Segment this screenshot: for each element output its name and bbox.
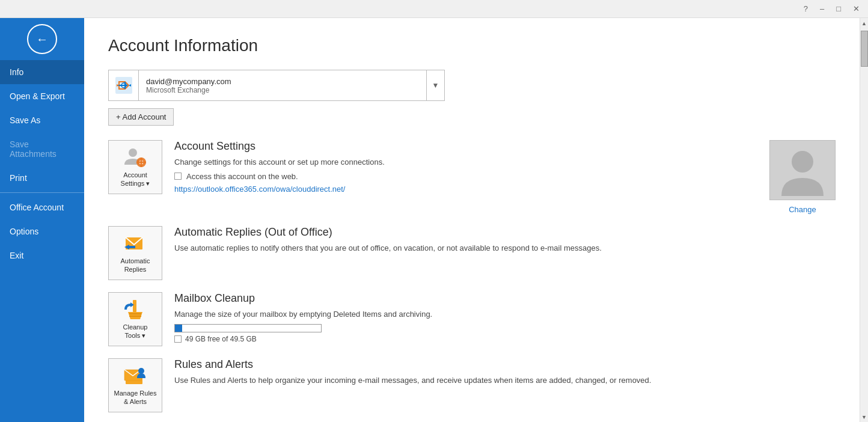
profile-photo [769, 140, 836, 200]
storage-checkbox [174, 335, 182, 343]
rules-alerts-text: Rules and Alerts Use Rules and Alerts to… [174, 358, 836, 390]
cleanup-tools-icon-label: CleanupTools ▾ [123, 323, 148, 340]
svg-point-7 [792, 151, 813, 173]
sidebar-item-info[interactable]: Info [0, 60, 84, 84]
account-web-link[interactable]: https://outlook.office365.com/owa/cloudd… [174, 185, 345, 194]
sidebar-item-print[interactable]: Print [0, 166, 84, 190]
storage-text: 49 GB free of 49.5 GB [185, 335, 257, 343]
scrollbar-down-arrow[interactable]: ▼ [860, 412, 869, 422]
rules-alerts-desc: Use Rules and Alerts to help organize yo… [174, 375, 836, 387]
rules-alerts-title: Rules and Alerts [174, 358, 836, 371]
restore-button[interactable]: □ [833, 3, 845, 14]
title-bar-controls: ? – □ ✕ [800, 3, 863, 14]
sidebar-item-save-as[interactable]: Save As [0, 108, 84, 132]
add-account-button[interactable]: + Add Account [108, 108, 174, 126]
account-type: Microsoft Exchange [146, 86, 419, 94]
sidebar-nav: Info Open & Export Save As Save Attachme… [0, 60, 84, 422]
automatic-replies-icon-box[interactable]: AutomaticReplies [108, 226, 162, 280]
sidebar-divider [0, 192, 84, 193]
app-container: ← Info Open & Export Save As Save Attach… [0, 18, 868, 422]
sidebar-item-save-attachments: Save Attachments [0, 132, 84, 166]
account-settings-section: AccountSettings ▾ Account Settings Chang… [108, 140, 836, 214]
scrollbar-track: ▲ ▼ [860, 18, 868, 422]
cleanup-tools-text: Mailbox Cleanup Manage the size of your … [174, 292, 836, 343]
manage-rules-icon [123, 365, 147, 387]
storage-bar-fill [175, 325, 182, 332]
account-settings-desc: Change settings for this account or set … [174, 156, 745, 168]
svg-rect-10 [129, 313, 141, 314]
sidebar-item-options[interactable]: Options [0, 219, 84, 243]
mailbox-cleanup-title: Mailbox Cleanup [174, 292, 836, 305]
account-dropdown-arrow[interactable]: ▼ [426, 70, 444, 100]
cleanup-tools-icon [123, 299, 147, 320]
automatic-replies-desc: Use automatic replies to notify others t… [174, 242, 836, 254]
back-button[interactable]: ← [27, 24, 57, 54]
automatic-replies-icon-label: AutomaticReplies [121, 257, 150, 274]
svg-rect-9 [133, 300, 136, 312]
page-title: Account Information [108, 36, 836, 55]
cleanup-tools-section: CleanupTools ▾ Mailbox Cleanup Manage th… [108, 292, 836, 346]
account-settings-icon-label: AccountSettings ▾ [121, 171, 150, 188]
mailbox-cleanup-desc: Manage the size of your mailbox by empty… [174, 308, 836, 320]
account-web-label: Access this account on the web. [186, 172, 298, 181]
account-info: david@mycompany.com Microsoft Exchange [139, 73, 426, 98]
sidebar-item-office-account[interactable]: Office Account [0, 195, 84, 219]
help-button[interactable]: ? [800, 3, 811, 14]
title-bar: ? – □ ✕ [0, 0, 868, 18]
account-web-checkbox [174, 173, 182, 180]
minimize-button[interactable]: – [816, 3, 828, 14]
automatic-replies-icon [123, 233, 147, 254]
svg-rect-6 [136, 161, 146, 163]
storage-bar-track [174, 324, 322, 332]
automatic-replies-title: Automatic Replies (Out of Office) [174, 226, 836, 239]
sidebar-item-exit[interactable]: Exit [0, 243, 84, 268]
svg-point-14 [138, 368, 144, 374]
account-selector[interactable]: david@mycompany.com Microsoft Exchange ▼ [108, 70, 445, 101]
cleanup-tools-icon-box[interactable]: CleanupTools ▾ [108, 292, 162, 346]
account-icon-box [109, 70, 139, 100]
close-button[interactable]: ✕ [849, 3, 863, 14]
storage-bar-container: 49 GB free of 49.5 GB [174, 324, 836, 343]
scrollbar-thumb[interactable] [861, 31, 868, 67]
account-settings-icon [123, 147, 147, 168]
profile-photo-area: Change [769, 140, 836, 214]
account-settings-text: Account Settings Change settings for thi… [174, 140, 745, 194]
sidebar: ← Info Open & Export Save As Save Attach… [0, 18, 84, 422]
rules-alerts-section: Manage Rules& Alerts Rules and Alerts Us… [108, 358, 836, 412]
svg-point-2 [129, 148, 137, 157]
automatic-replies-section: AutomaticReplies Automatic Replies (Out … [108, 226, 836, 280]
main-content: Account Information david@mycompany.com … [84, 18, 860, 422]
sidebar-item-open-export[interactable]: Open & Export [0, 84, 84, 108]
exchange-icon [114, 76, 133, 95]
scrollbar-up-arrow[interactable]: ▲ [860, 18, 869, 28]
person-silhouette-icon [778, 145, 827, 196]
profile-change-link[interactable]: Change [789, 205, 816, 214]
svg-rect-11 [129, 316, 141, 317]
automatic-replies-text: Automatic Replies (Out of Office) Use au… [174, 226, 836, 258]
account-email: david@mycompany.com [146, 77, 419, 86]
rules-alerts-icon-box[interactable]: Manage Rules& Alerts [108, 358, 162, 412]
storage-text-row: 49 GB free of 49.5 GB [174, 335, 836, 343]
account-settings-icon-box[interactable]: AccountSettings ▾ [108, 140, 162, 194]
account-settings-link-row: Access this account on the web. [174, 172, 745, 181]
account-settings-title: Account Settings [174, 140, 745, 153]
rules-alerts-icon-label: Manage Rules& Alerts [114, 389, 157, 406]
